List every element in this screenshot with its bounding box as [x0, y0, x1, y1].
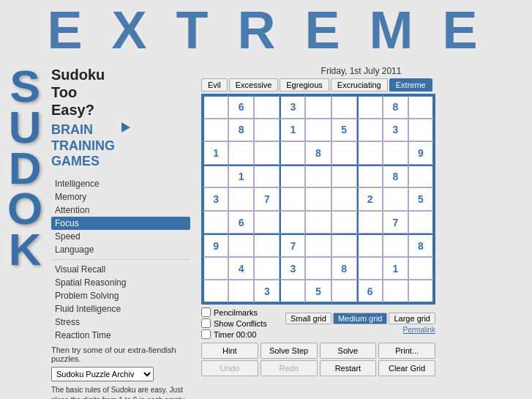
cell[interactable]: 5	[331, 119, 357, 142]
nav-intelligence[interactable]: Intelligence	[51, 177, 190, 190]
cell[interactable]: 6	[357, 280, 383, 303]
tab-excruciating[interactable]: Excruciating	[331, 78, 388, 92]
cell[interactable]	[408, 95, 434, 119]
cell[interactable]	[383, 141, 408, 165]
cell[interactable]	[408, 257, 434, 280]
cell[interactable]: 3	[254, 280, 280, 303]
cell[interactable]	[331, 141, 357, 165]
cell[interactable]: 9	[203, 234, 228, 257]
solve-button[interactable]: Solve	[320, 343, 377, 359]
cell[interactable]	[228, 234, 254, 257]
cell[interactable]	[383, 187, 408, 211]
cell[interactable]	[305, 234, 331, 257]
cell[interactable]	[203, 280, 228, 303]
cell[interactable]	[357, 165, 383, 188]
cell[interactable]	[408, 119, 434, 142]
clear-grid-button[interactable]: Clear Grid	[378, 360, 435, 376]
medium-grid-btn[interactable]: Medium grid	[333, 313, 388, 324]
nav-problem-solving[interactable]: Problem Solving	[51, 289, 190, 302]
pencilmarks-input[interactable]	[201, 307, 211, 317]
cell[interactable]	[357, 234, 383, 257]
cell[interactable]: 8	[305, 141, 331, 165]
nav-attention[interactable]: Attention	[51, 204, 190, 217]
cell[interactable]	[254, 211, 280, 234]
cell[interactable]	[331, 211, 357, 234]
cell[interactable]	[254, 141, 280, 165]
cell[interactable]: 3	[203, 187, 228, 211]
cell[interactable]	[203, 95, 228, 119]
tab-excessive[interactable]: Excessive	[229, 78, 279, 92]
cell[interactable]: 5	[305, 280, 331, 303]
restart-button[interactable]: Restart	[320, 360, 377, 376]
cell[interactable]	[254, 95, 280, 119]
cell[interactable]: 1	[228, 165, 254, 188]
print-button[interactable]: Print...	[378, 343, 435, 359]
timer-input[interactable]	[201, 329, 211, 339]
cell[interactable]: 7	[383, 211, 408, 234]
nav-speed[interactable]: Speed	[51, 230, 190, 243]
cell[interactable]	[331, 165, 357, 188]
cell[interactable]	[331, 234, 357, 257]
cell[interactable]	[408, 280, 434, 303]
nav-reaction-time[interactable]: Reaction Time	[51, 329, 190, 342]
cell[interactable]: 8	[331, 257, 357, 280]
undo-button[interactable]: Undo	[201, 360, 258, 376]
cell[interactable]	[305, 257, 331, 280]
nav-visual-recall[interactable]: Visual Recall	[51, 263, 190, 276]
cell[interactable]: 1	[383, 257, 408, 280]
cell[interactable]	[331, 280, 357, 303]
cell[interactable]	[203, 119, 228, 142]
nav-focus[interactable]: Focus	[51, 217, 190, 230]
cell[interactable]: 4	[228, 257, 254, 280]
cell[interactable]	[305, 165, 331, 188]
show-conflicts-input[interactable]	[201, 318, 211, 328]
cell[interactable]	[305, 211, 331, 234]
redo-button[interactable]: Redo	[261, 360, 318, 376]
cell[interactable]	[280, 165, 305, 188]
cell[interactable]	[331, 187, 357, 211]
cell[interactable]	[203, 257, 228, 280]
permalink-link[interactable]: Permalink	[403, 326, 435, 334]
cell[interactable]	[228, 280, 254, 303]
cell[interactable]: 9	[408, 141, 434, 165]
nav-spatial-reasoning[interactable]: Spatial Reasoning	[51, 276, 190, 289]
cell[interactable]	[331, 95, 357, 119]
pencilmarks-checkbox[interactable]: Pencilmarks	[201, 307, 267, 317]
large-grid-btn[interactable]: Large grid	[389, 313, 435, 324]
cell[interactable]	[280, 280, 305, 303]
cell[interactable]	[357, 119, 383, 142]
cell[interactable]	[357, 257, 383, 280]
cell[interactable]	[228, 187, 254, 211]
nav-memory[interactable]: Memory	[51, 190, 190, 204]
cell[interactable]: 3	[280, 257, 305, 280]
cell[interactable]: 3	[280, 95, 305, 119]
cell[interactable]: 3	[383, 119, 408, 142]
show-conflicts-checkbox[interactable]: Show Conflicts	[201, 318, 267, 328]
cell[interactable]: 6	[228, 211, 254, 234]
cell[interactable]	[408, 165, 434, 188]
tab-extreme[interactable]: Extreme	[389, 78, 432, 92]
cell[interactable]	[305, 187, 331, 211]
cell[interactable]: 6	[228, 95, 254, 119]
cell[interactable]	[203, 165, 228, 188]
nav-fluid-intelligence[interactable]: Fluid Intelligence	[51, 302, 190, 316]
cell[interactable]	[203, 211, 228, 234]
cell[interactable]: 7	[280, 234, 305, 257]
cell[interactable]	[254, 165, 280, 188]
solve-step-button[interactable]: Solve Step	[261, 343, 318, 359]
cell[interactable]	[228, 141, 254, 165]
cell[interactable]	[408, 211, 434, 234]
cell[interactable]	[280, 211, 305, 234]
cell[interactable]	[357, 141, 383, 165]
timer-checkbox[interactable]: Timer 00:00	[201, 329, 267, 339]
cell[interactable]	[280, 141, 305, 165]
cell[interactable]	[383, 280, 408, 303]
cell[interactable]	[305, 95, 331, 119]
small-grid-btn[interactable]: Small grid	[285, 313, 331, 324]
nav-stress[interactable]: Stress	[51, 316, 190, 329]
cell[interactable]: 8	[228, 119, 254, 142]
cell[interactable]: 5	[408, 187, 434, 211]
cell[interactable]	[357, 211, 383, 234]
cell[interactable]: 8	[383, 165, 408, 188]
cell[interactable]	[280, 187, 305, 211]
